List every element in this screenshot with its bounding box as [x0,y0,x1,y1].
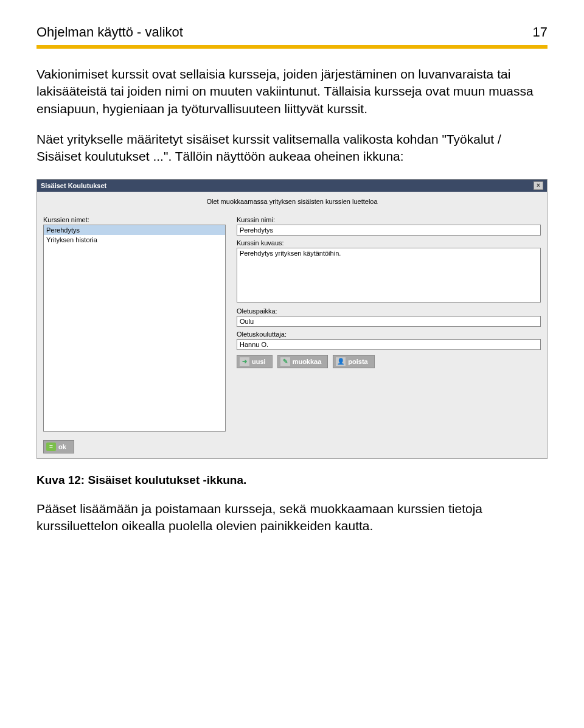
page-header-title: Ohjelman käyttö - valikot [36,24,183,40]
course-desc-textarea[interactable] [237,248,541,303]
edit-button[interactable]: ✎ muokkaa [277,355,328,368]
new-button[interactable]: ➜ uusi [237,355,273,368]
list-item[interactable]: Perehdytys [44,225,225,235]
edit-icon: ✎ [280,357,290,366]
header-rule [36,45,548,49]
delete-button-label: poista [348,358,367,365]
course-name-input[interactable] [237,225,541,236]
paragraph-3: Pääset lisäämään ja poistamaan kursseja,… [36,500,548,535]
new-button-label: uusi [252,358,266,365]
course-desc-label: Kurssin kuvaus: [237,239,541,247]
list-item[interactable]: Yrityksen historia [44,235,225,245]
default-place-input[interactable] [237,316,541,327]
add-icon: ➜ [240,357,249,366]
course-name-label: Kurssin nimi: [237,216,541,223]
delete-icon: 👤 [336,357,346,366]
dialog-screenshot: Sisäiset Koulutukset × Olet muokkaamassa… [36,179,548,459]
close-icon[interactable]: × [534,181,543,190]
ok-button[interactable]: = ok [43,440,74,453]
courses-list-label: Kurssien nimet: [43,216,226,223]
default-trainer-input[interactable] [237,339,541,350]
dialog-titlebar: Sisäiset Koulutukset × [37,180,547,192]
paragraph-2: Näet yritykselle määritetyt sisäiset kur… [36,131,548,166]
dialog-subtitle: Olet muokkaamassa yrityksen sisäisten ku… [37,192,547,212]
dialog-title: Sisäiset Koulutukset [41,182,106,189]
ok-icon: = [46,443,56,451]
ok-button-label: ok [58,443,66,450]
courses-list[interactable]: Perehdytys Yrityksen historia [43,225,226,432]
page-number: 17 [533,24,548,40]
default-trainer-label: Oletuskouluttaja: [237,331,541,338]
figure-caption: Kuva 12: Sisäiset koulutukset -ikkuna. [36,474,548,487]
edit-button-label: muokkaa [293,358,322,365]
default-place-label: Oletuspaikka: [237,307,541,315]
delete-button[interactable]: 👤 poista [333,355,374,368]
paragraph-1: Vakionimiset kurssit ovat sellaisia kurs… [36,66,548,117]
